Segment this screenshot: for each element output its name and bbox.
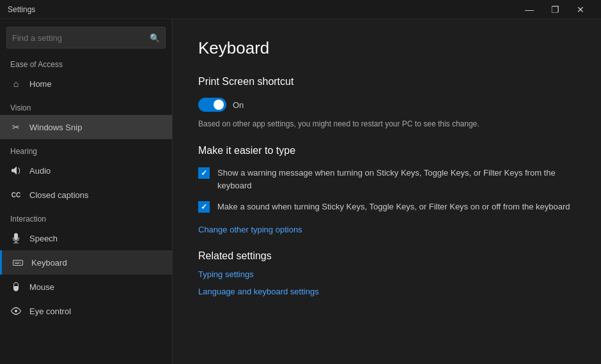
language-keyboard-link[interactable]: Language and keyboard settings [198, 287, 319, 296]
sidebar-item-speech-label: Speech [29, 234, 58, 243]
search-input[interactable] [12, 33, 150, 43]
related-settings-heading: Related settings [198, 250, 575, 262]
prtscn-info-text: Based on other app settings, you might n… [198, 118, 531, 130]
sidebar-item-keyboard[interactable]: Keyboard [0, 250, 172, 275]
closed-captions-icon: CC [10, 189, 22, 201]
interaction-section-label: Interaction [0, 211, 172, 226]
related-settings-section: Related settings Typing settings Languag… [198, 250, 575, 297]
checkbox-label-1: Show a warning message when turning on S… [217, 167, 575, 192]
sidebar-item-closed-captions-label: Closed captions [29, 190, 89, 200]
sidebar-item-closed-captions[interactable]: CC Closed captions [0, 183, 172, 207]
home-icon: ⌂ [10, 78, 22, 89]
sidebar-item-home[interactable]: ⌂ Home [0, 72, 172, 96]
mouse-icon [10, 281, 22, 292]
search-box[interactable]: 🔍 [6, 27, 166, 49]
prtscn-toggle-row: On [198, 98, 575, 112]
close-button[interactable]: ✕ [568, 0, 593, 19]
eye-control-icon [10, 305, 22, 317]
main-panel: Keyboard Print Screen shortcut On Based … [173, 19, 601, 364]
sidebar-item-keyboard-label: Keyboard [31, 258, 67, 268]
sidebar-item-windows-snip-label: Windows Snip [29, 123, 82, 132]
page-title: Keyboard [198, 38, 575, 58]
toggle-on-label: On [233, 100, 244, 110]
hearing-section-label: Hearing [0, 143, 172, 158]
sidebar-item-home-label: Home [29, 79, 52, 89]
category-label: Ease of Access [0, 56, 172, 72]
keyboard-icon [12, 257, 24, 268]
titlebar: Settings — ❐ ✕ [0, 0, 601, 19]
app-body: 🔍 Ease of Access ⌂ Home Vision ✂ Windows… [0, 19, 601, 364]
search-icon: 🔍 [150, 33, 160, 43]
checkbox-item-1: Show a warning message when turning on S… [198, 167, 575, 192]
easier-to-type-heading: Make it easier to type [198, 145, 575, 156]
change-typing-link[interactable]: Change other typing options [198, 225, 302, 234]
minimize-button[interactable]: — [517, 0, 542, 19]
checkbox-label-2: Make a sound when turning Sticky Keys, T… [217, 201, 570, 213]
checkbox-item-2: Make a sound when turning Sticky Keys, T… [198, 201, 575, 213]
titlebar-controls: — ❐ ✕ [517, 0, 593, 19]
vision-section-label: Vision [0, 100, 172, 115]
sidebar-item-eye-control-label: Eye control [29, 307, 71, 316]
sidebar-item-windows-snip[interactable]: ✂ Windows Snip [0, 115, 172, 139]
checkbox-sticky-keys-sound[interactable] [198, 201, 210, 213]
sidebar: 🔍 Ease of Access ⌂ Home Vision ✂ Windows… [0, 19, 173, 364]
prtscn-toggle[interactable] [198, 98, 226, 112]
titlebar-title: Settings [8, 5, 517, 14]
checkbox-sticky-keys-warning[interactable] [198, 167, 210, 179]
maximize-button[interactable]: ❐ [542, 0, 568, 19]
sidebar-item-mouse[interactable]: Mouse [0, 275, 172, 299]
sidebar-item-mouse-label: Mouse [29, 282, 54, 292]
sidebar-item-eye-control[interactable]: Eye control [0, 299, 172, 323]
audio-icon [10, 165, 22, 176]
sidebar-item-audio[interactable]: Audio [0, 158, 172, 183]
typing-settings-link[interactable]: Typing settings [198, 269, 575, 279]
windows-snip-icon: ✂ [10, 121, 22, 133]
sidebar-item-speech[interactable]: Speech [0, 226, 172, 250]
print-screen-heading: Print Screen shortcut [198, 76, 575, 87]
sidebar-item-audio-label: Audio [29, 166, 51, 176]
speech-icon [10, 232, 22, 244]
